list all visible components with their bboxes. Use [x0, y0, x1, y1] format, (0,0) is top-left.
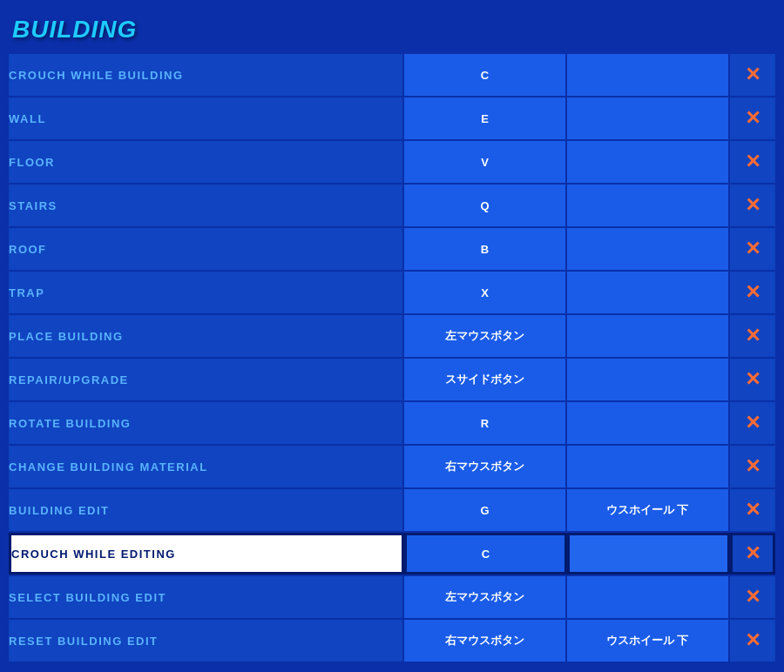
delete-icon[interactable]: ✕ — [745, 586, 760, 608]
delete-icon[interactable]: ✕ — [745, 107, 760, 129]
key-binding-primary[interactable]: E — [404, 97, 567, 139]
section-title: BUILDING — [9, 9, 775, 52]
action-label: REPAIR/UPGRADE — [9, 359, 404, 400]
delete-binding-cell: ✕ — [730, 141, 776, 183]
table-row: BUILDING EDITGウスホイール 下✕ — [9, 489, 775, 531]
action-label: BUILDING EDIT — [9, 489, 404, 531]
key-binding-secondary[interactable] — [567, 402, 730, 444]
action-label: TRAP — [9, 272, 404, 313]
delete-binding-cell: ✕ — [730, 533, 776, 575]
delete-binding-cell: ✕ — [730, 185, 776, 226]
action-label: FLOOR — [9, 141, 404, 183]
table-row: ROOFB✕ — [9, 228, 775, 270]
key-binding-secondary[interactable] — [567, 228, 730, 270]
key-binding-primary[interactable]: V — [404, 141, 567, 183]
delete-binding-cell: ✕ — [730, 272, 776, 313]
key-binding-primary[interactable]: 右マウスボタン — [404, 446, 567, 487]
delete-icon[interactable]: ✕ — [745, 499, 760, 521]
delete-binding-cell: ✕ — [730, 315, 776, 357]
key-binding-primary[interactable]: 左マウスボタン — [404, 576, 567, 618]
key-binding-primary[interactable]: G — [404, 489, 567, 531]
delete-binding-cell: ✕ — [730, 402, 776, 444]
key-binding-secondary[interactable] — [567, 185, 730, 226]
table-row: RESET BUILDING EDIT右マウスボタンウスホイール 下✕ — [9, 620, 775, 662]
key-binding-secondary[interactable] — [567, 97, 730, 139]
delete-icon[interactable]: ✕ — [745, 542, 760, 564]
action-label: WALL — [9, 97, 404, 139]
delete-binding-cell: ✕ — [730, 228, 776, 270]
table-row: SELECT BUILDING EDIT左マウスボタン✕ — [9, 576, 775, 618]
delete-icon[interactable]: ✕ — [745, 368, 760, 390]
key-binding-secondary[interactable] — [567, 446, 730, 487]
key-binding-secondary[interactable] — [567, 533, 730, 575]
key-binding-primary[interactable]: 右マウスボタン — [404, 620, 567, 662]
table-row: CHANGE BUILDING MATERIAL右マウスボタン✕ — [9, 446, 775, 487]
key-binding-secondary[interactable]: ウスホイール 下 — [567, 489, 730, 531]
delete-icon[interactable]: ✕ — [745, 325, 760, 346]
action-label: ROOF — [9, 228, 404, 270]
delete-icon[interactable]: ✕ — [745, 151, 760, 172]
key-binding-primary[interactable]: B — [404, 228, 567, 270]
action-label: CROUCH WHILE EDITING — [9, 533, 404, 575]
key-binding-primary[interactable]: X — [404, 272, 567, 313]
delete-icon[interactable]: ✕ — [745, 412, 760, 433]
delete-binding-cell: ✕ — [730, 97, 776, 139]
key-binding-secondary[interactable] — [567, 359, 730, 400]
delete-icon[interactable]: ✕ — [745, 194, 760, 216]
table-row: PLACE BUILDING左マウスボタン✕ — [9, 315, 775, 357]
key-binding-primary[interactable]: 左マウスボタン — [404, 315, 567, 357]
table-row: TRAPX✕ — [9, 272, 775, 313]
key-binding-secondary[interactable] — [567, 141, 730, 183]
key-binding-secondary[interactable] — [567, 315, 730, 357]
table-row: WALLE✕ — [9, 97, 775, 139]
delete-binding-cell: ✕ — [730, 359, 776, 400]
keybind-table: CROUCH WHILE BUILDINGC✕WALLE✕FLOORV✕STAI… — [9, 52, 775, 663]
delete-binding-cell: ✕ — [730, 576, 776, 618]
delete-icon[interactable]: ✕ — [745, 238, 760, 259]
key-binding-primary[interactable]: スサイドボタン — [404, 359, 567, 400]
table-row: CROUCH WHILE BUILDINGC✕ — [9, 54, 775, 96]
delete-icon[interactable]: ✕ — [745, 455, 760, 477]
action-label: PLACE BUILDING — [9, 315, 404, 357]
key-binding-primary[interactable]: R — [404, 402, 567, 444]
action-label: STAIRS — [9, 185, 404, 226]
table-row: REPAIR/UPGRADEスサイドボタン✕ — [9, 359, 775, 400]
table-row: CROUCH WHILE EDITINGC✕ — [9, 533, 775, 575]
key-binding-secondary[interactable] — [567, 576, 730, 618]
key-binding-primary[interactable]: C — [404, 533, 567, 575]
table-row: STAIRSQ✕ — [9, 185, 775, 226]
table-row: ROTATE BUILDINGR✕ — [9, 402, 775, 444]
delete-icon[interactable]: ✕ — [745, 64, 760, 85]
action-label: RESET BUILDING EDIT — [9, 620, 404, 662]
key-binding-primary[interactable]: Q — [404, 185, 567, 226]
action-label: CROUCH WHILE BUILDING — [9, 54, 404, 96]
delete-icon[interactable]: ✕ — [745, 629, 760, 651]
delete-binding-cell: ✕ — [730, 620, 776, 662]
key-binding-secondary[interactable]: ウスホイール 下 — [567, 620, 730, 662]
table-row: FLOORV✕ — [9, 141, 775, 183]
key-binding-secondary[interactable] — [567, 272, 730, 313]
delete-binding-cell: ✕ — [730, 446, 776, 487]
action-label: CHANGE BUILDING MATERIAL — [9, 446, 404, 487]
action-label: SELECT BUILDING EDIT — [9, 576, 404, 618]
delete-binding-cell: ✕ — [730, 489, 776, 531]
delete-icon[interactable]: ✕ — [745, 281, 760, 303]
key-binding-secondary[interactable] — [567, 54, 730, 96]
key-binding-primary[interactable]: C — [404, 54, 567, 96]
action-label: ROTATE BUILDING — [9, 402, 404, 444]
delete-binding-cell: ✕ — [730, 54, 776, 96]
